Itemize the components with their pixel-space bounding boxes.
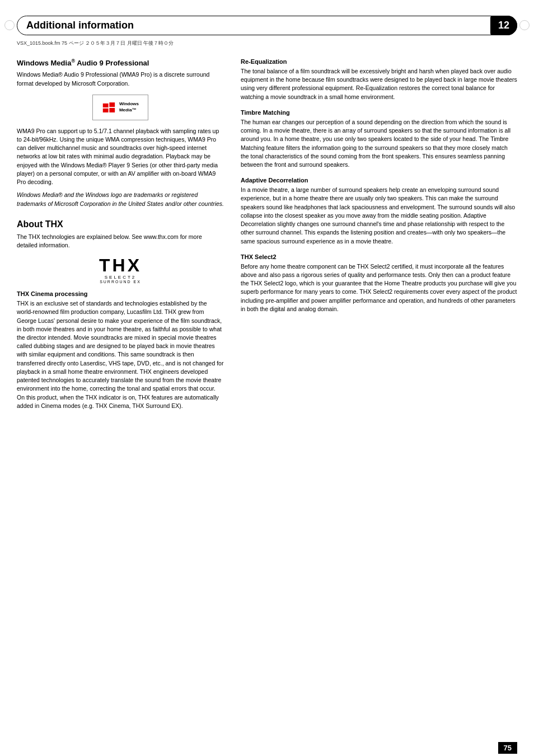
re-equalization-body: The tonal balance of a film soundtrack w… [241,67,517,101]
thx-logo-container: THX SELECT2 SURROUND EX [17,256,224,284]
adaptive-decorrelation-section: Adaptive Decorrelation In a movie theatr… [241,177,517,246]
wma-logo-text: Windows Media™ [119,101,139,113]
svg-rect-3 [103,109,109,112]
page-container: Additional information 12 VSX_1015.book.… [0,16,534,756]
thx-logo-select2: SELECT2 [99,275,142,280]
svg-rect-4 [109,108,115,112]
content-area: Windows Media® Audio 9 Professional Wind… [17,58,517,412]
wma-body: WMA9 Pro can support up to 5.1/7.1 chann… [17,127,224,187]
corner-mark-tl [4,20,15,30]
thx-logo-surround: SURROUND EX [99,280,142,284]
wma-logo-container: Windows Media™ [17,95,224,120]
plays-icon [102,100,116,115]
page-title: Additional information [26,20,134,31]
thx-select2-body: Before any home theatre component can be… [241,262,517,313]
page-number-area: 75 En [498,742,517,756]
wma-heading: Windows Media® Audio 9 Professional [17,58,224,67]
timbre-matching-heading: Timbre Matching [241,109,517,116]
thx-intro: The THX technologies are explained below… [17,233,224,250]
wma-footnote: Windows Media® and the Windows logo are … [17,191,224,208]
thx-section: About THX The THX technologies are expla… [17,219,224,410]
wma-intro: Windows Media® Audio 9 Professional (WMA… [17,71,224,87]
wma-logo: Windows Media™ [92,95,148,120]
header-bar: Additional information 12 [17,16,517,35]
svg-rect-2 [109,102,115,107]
thx-select2-heading: THX Select2 [241,253,517,260]
thx-cinema-body: THX is an exclusive set of standards and… [17,299,224,410]
thx-select2-section: THX Select2 Before any home theatre comp… [241,253,517,313]
filepath: VSX_1015.book.fm 75 ページ ２０５年３月７日 月曜日 午後７… [17,40,517,47]
thx-logo-main: THX [99,256,142,274]
thx-cinema-heading: THX Cinema processing [17,290,224,297]
wma-section: Windows Media® Audio 9 Professional Wind… [17,58,224,208]
re-equalization-section: Re-Equalization The tonal balance of a f… [241,58,517,101]
thx-heading: About THX [17,219,224,229]
adaptive-decorrelation-body: In a movie theatre, a large number of su… [241,186,517,246]
chapter-number: 12 [490,16,517,35]
corner-mark-tr [519,20,530,30]
left-column: Windows Media® Audio 9 Professional Wind… [17,58,224,412]
timbre-matching-section: Timbre Matching The human ear changes ou… [241,109,517,169]
right-column: Re-Equalization The tonal balance of a f… [241,58,517,412]
svg-rect-1 [103,104,109,107]
re-equalization-heading: Re-Equalization [241,58,517,65]
thx-logo: THX SELECT2 SURROUND EX [99,256,142,284]
page-number: 75 [498,742,517,754]
timbre-matching-body: The human ear changes our perception of … [241,118,517,169]
adaptive-decorrelation-heading: Adaptive Decorrelation [241,177,517,184]
